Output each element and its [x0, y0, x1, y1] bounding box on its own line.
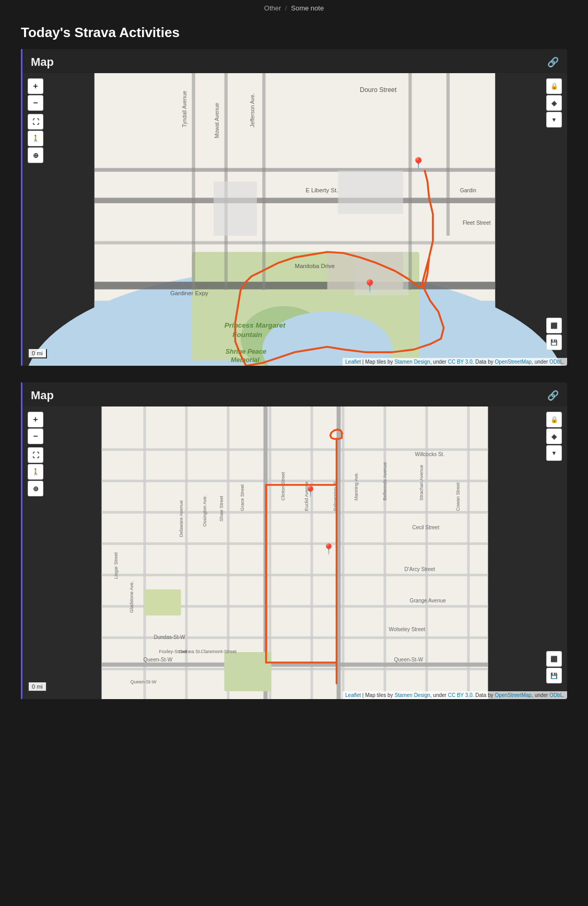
crosshair-button-1[interactable]: ⊕ [28, 147, 43, 163]
svg-text:Bellwoods Avenue: Bellwoods Avenue [382, 462, 387, 501]
svg-rect-60 [225, 652, 272, 691]
cc-link-2[interactable]: CC BY 3.0 [448, 692, 473, 698]
group-button-1[interactable]: ⬛ [546, 318, 562, 333]
leaflet-link[interactable]: Leaflet [345, 359, 361, 365]
odbl-link-2[interactable]: ODbL. [549, 692, 565, 698]
link-icon-1[interactable]: 🔗 [547, 56, 559, 68]
map-controls-left-2: + − ⛶ 🚶 ⊕ [28, 412, 43, 496]
crosshair-icon: ⊕ [33, 152, 39, 159]
odbl-link[interactable]: ODbL. [549, 359, 565, 365]
card-header-1: Map 🔗 [22, 49, 567, 73]
zoom-in-button-1[interactable]: + [28, 78, 43, 94]
leaflet-link-2[interactable]: Leaflet [345, 692, 361, 698]
svg-rect-44 [102, 574, 488, 576]
svg-rect-18 [214, 181, 257, 236]
fullscreen-icon: ⛶ [32, 118, 39, 126]
svg-text:E Liberty St.: E Liberty St. [305, 187, 338, 193]
svg-text:Lisgar Street: Lisgar Street [113, 552, 119, 579]
svg-text:📍: 📍 [411, 156, 426, 171]
svg-text:Gardiner Expy: Gardiner Expy [170, 290, 208, 296]
card-inner-2: Map 🔗 [22, 382, 567, 699]
filter-button-2[interactable]: ▼ [546, 445, 562, 461]
svg-text:Grange Avenue: Grange Avenue [410, 598, 446, 603]
svg-rect-12 [95, 282, 495, 289]
map-controls-bottom-right-1: ⬛ 💾 [546, 318, 562, 350]
fullscreen-button-2[interactable]: ⛶ [28, 447, 43, 463]
svg-text:Shrine Peace: Shrine Peace [226, 348, 266, 355]
card-inner-1: Map 🔗 [22, 49, 567, 366]
crosshair-icon-2: ⊕ [33, 485, 39, 493]
svg-text:Fleet Street: Fleet Street [463, 220, 491, 226]
breadcrumb: Other / Some note [0, 0, 588, 15]
map-view-2[interactable]: Willcocks St. Cecil Street D'Arcy Street… [22, 406, 567, 699]
breadcrumb-separator: / [285, 4, 287, 12]
group-icon: ⬛ [550, 322, 558, 329]
svg-text:Jefferson Ave.: Jefferson Ave. [250, 93, 255, 127]
osm-link-2[interactable]: OpenStreetMap [495, 692, 532, 698]
map-controls-right-2: 🔒 ◈ ▼ [546, 412, 562, 461]
svg-text:📍: 📍 [322, 543, 335, 555]
layers-button-1[interactable]: ◈ [546, 95, 562, 111]
page-title: Today's Strava Activities [0, 15, 588, 49]
svg-text:📍: 📍 [362, 278, 378, 293]
svg-rect-41 [102, 480, 488, 482]
person-button-1[interactable]: 🚶 [28, 131, 43, 146]
cc-link[interactable]: CC BY 3.0 [448, 359, 473, 365]
svg-rect-43 [102, 542, 488, 545]
svg-text:Claremont-Street: Claremont-Street [201, 649, 237, 654]
card-title-2: Map [31, 389, 54, 402]
svg-text:Mowat Avenue: Mowat Avenue [214, 102, 220, 138]
activity-card-2: Map 🔗 [21, 382, 567, 699]
save-button-2[interactable]: 💾 [546, 668, 562, 683]
svg-text:D'Arcy Street: D'Arcy Street [405, 566, 436, 572]
svg-text:Grace Street: Grace Street [240, 484, 245, 511]
svg-rect-61 [145, 589, 181, 615]
svg-text:Queen-St-W: Queen-St-W [131, 679, 157, 684]
svg-rect-56 [467, 406, 470, 699]
lock-button-1[interactable]: 🔒 [546, 78, 562, 94]
map-scale-2: 0 mi [28, 682, 47, 692]
card-title-1: Map [31, 55, 54, 69]
svg-rect-54 [384, 406, 386, 699]
svg-rect-49 [185, 406, 188, 699]
stamen-link-2[interactable]: Stamen Design [394, 692, 430, 698]
breadcrumb-parent[interactable]: Other [264, 4, 281, 12]
group-button-2[interactable]: ⬛ [546, 651, 562, 667]
person-icon-2: 🚶 [32, 468, 40, 475]
lock-icon-2: 🔒 [550, 416, 558, 423]
svg-text:Cecil Street: Cecil Street [413, 525, 440, 530]
svg-rect-11 [95, 241, 495, 244]
svg-text:Fountain: Fountain [232, 331, 262, 339]
filter-icon-2: ▼ [551, 450, 557, 456]
zoom-out-button-2[interactable]: − [28, 428, 43, 444]
svg-text:Cowan Street: Cowan Street [455, 482, 461, 511]
crosshair-button-2[interactable]: ⊕ [28, 481, 43, 496]
zoom-in-button-2[interactable]: + [28, 412, 43, 427]
svg-text:Manitoba Drive: Manitoba Drive [295, 263, 335, 269]
stamen-link[interactable]: Stamen Design [394, 359, 430, 365]
save-icon: 💾 [550, 339, 558, 346]
lock-button-2[interactable]: 🔒 [546, 412, 562, 427]
map-controls-left-1: + − ⛶ 🚶 ⊕ [28, 78, 43, 163]
svg-text:Tyndall Avenue: Tyndall Avenue [182, 90, 187, 127]
zoom-out-button-1[interactable]: − [28, 95, 43, 111]
map-controls-bottom-right-2: ⬛ 💾 [546, 651, 562, 683]
svg-text:Shaw Street: Shaw Street [219, 495, 224, 521]
svg-text:Queen-St-W: Queen-St-W [144, 657, 173, 663]
fullscreen-button-1[interactable]: ⛶ [28, 114, 43, 130]
save-button-1[interactable]: 💾 [546, 334, 562, 350]
svg-rect-13 [192, 73, 195, 290]
filter-button-1[interactable]: ▼ [546, 112, 562, 127]
svg-rect-48 [144, 406, 146, 699]
svg-rect-9 [95, 168, 495, 171]
breadcrumb-current: Some note [291, 4, 324, 12]
lock-icon: 🔒 [550, 83, 558, 90]
layers-button-2[interactable]: ◈ [546, 428, 562, 444]
map-background-2: Willcocks St. Cecil Street D'Arcy Street… [22, 406, 567, 699]
map-view-1[interactable]: Douro Street E Liberty St. Manitoba Driv… [22, 73, 567, 366]
svg-text:Gardin: Gardin [460, 188, 476, 193]
person-button-2[interactable]: 🚶 [28, 464, 43, 480]
svg-text:📍: 📍 [304, 485, 317, 498]
osm-link[interactable]: OpenStreetMap [495, 359, 532, 365]
link-icon-2[interactable]: 🔗 [547, 390, 559, 401]
